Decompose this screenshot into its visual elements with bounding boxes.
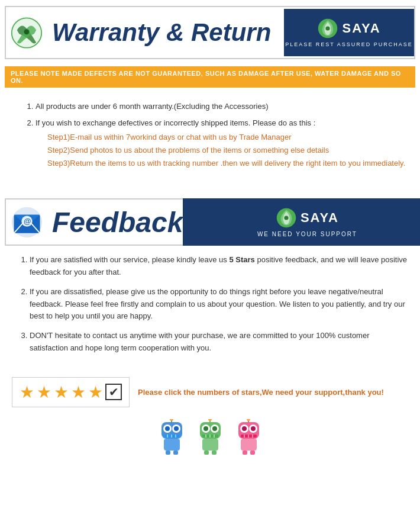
svg-rect-26: [173, 451, 178, 455]
warranty-steps: Step1)E-mail us within 7workind days or …: [47, 131, 408, 170]
saya-badge: SAYA PLEASE REST ASSURED PURCHASE: [284, 9, 414, 56]
svg-point-23: [170, 419, 173, 421]
svg-point-3: [326, 26, 330, 30]
svg-point-45: [251, 426, 256, 431]
svg-text:@: @: [24, 217, 31, 226]
feedback-saya-logo: SAYA: [276, 207, 339, 229]
warranty-title: Warranty & Return: [47, 18, 284, 47]
saya-leaf-icon: [317, 18, 338, 39]
feedback-list: If you are satisfied with our service, p…: [12, 254, 408, 355]
warranty-step-3: Step3)Return the items to us with tracki…: [47, 157, 408, 170]
feedback-saya: SAYA WE NEED YOUR SUPPORT: [183, 198, 420, 246]
feedback-item-1-before: If you are satisfied with our service, p…: [30, 255, 229, 264]
warranty-list: All products are under 6 month warranty.…: [24, 101, 408, 170]
feedback-item-1-bold: 5 Stars: [229, 255, 254, 264]
warranty-step-1: Step1)E-mail us within 7workind days or …: [47, 131, 408, 144]
warranty-header: Warranty & Return SAYA PLEASE REST ASSUR…: [5, 6, 415, 59]
notice-bar: PLEASE NOTE MADE DEFECTS ARE NOT GUARANT…: [5, 66, 415, 88]
svg-rect-24: [164, 439, 180, 451]
star-4[interactable]: ★: [71, 382, 86, 402]
svg-point-12: [284, 215, 288, 220]
warranty-item-2: If you wish to exchange defectives or in…: [35, 117, 408, 171]
svg-rect-52: [241, 439, 257, 451]
svg-point-16: [165, 426, 170, 431]
star-1[interactable]: ★: [20, 382, 34, 402]
mascot-pink: [232, 419, 265, 455]
warranty-icon: [6, 9, 47, 56]
feedback-tagline: WE NEED YOUR SUPPORT: [257, 231, 357, 237]
svg-point-30: [203, 426, 208, 431]
warranty-content: All products are under 6 month warranty.…: [0, 95, 420, 181]
svg-point-1: [24, 29, 30, 34]
mascot-green: [194, 419, 227, 455]
svg-point-17: [174, 426, 179, 431]
feedback-item-2: If you are dissatisfied, please give us …: [30, 286, 408, 323]
feedback-item-1: If you are satisfied with our service, p…: [30, 254, 408, 279]
stars-text: Please click the numbers of stars,We nee…: [138, 388, 384, 397]
feedback-header: @ Feedback SAYA WE NEED YOUR SUPPORT: [5, 198, 415, 246]
svg-point-44: [242, 426, 247, 431]
saya-logo: SAYA: [317, 18, 380, 39]
svg-rect-40: [212, 451, 217, 455]
feedback-content: If you are satisfied with our service, p…: [0, 246, 420, 368]
mascot-blue: [156, 419, 188, 455]
star-5[interactable]: ★: [88, 382, 103, 402]
stars-text-after: We need your support,thank you!: [262, 388, 384, 397]
stars-text-before: Please click the numbers of stars,: [138, 388, 262, 397]
wrench-icon: [11, 17, 43, 49]
feedback-title: Feedback: [47, 206, 183, 239]
feedback-saya-text: SAYA: [301, 210, 339, 226]
svg-point-31: [212, 426, 217, 431]
star-2[interactable]: ★: [37, 382, 51, 402]
warranty-item-2-text: If you wish to exchange defectives or in…: [35, 118, 315, 127]
warranty-item-1: All products are under 6 month warranty.…: [35, 101, 408, 112]
email-icon: @: [11, 206, 43, 239]
feedback-item-3: DON'T hesitate to contact us anytime wit…: [30, 330, 408, 355]
stars-box[interactable]: ★ ★ ★ ★ ★ ✔: [12, 377, 130, 407]
mascots-section: [0, 419, 420, 455]
svg-rect-39: [204, 451, 209, 455]
svg-rect-53: [243, 451, 247, 455]
saya-text: SAYA: [342, 21, 380, 36]
svg-rect-54: [250, 451, 255, 455]
warranty-tagline: PLEASE REST ASSURED PURCHASE: [285, 41, 412, 47]
warranty-step-2: Step2)Send photos to us about the proble…: [47, 144, 408, 157]
svg-rect-25: [166, 451, 170, 455]
svg-point-37: [208, 419, 212, 421]
feedback-saya-leaf-icon: [276, 207, 297, 229]
feedback-icon: @: [6, 201, 47, 243]
star-3[interactable]: ★: [54, 382, 69, 402]
svg-rect-38: [202, 439, 218, 451]
svg-point-51: [247, 419, 250, 421]
stars-section: ★ ★ ★ ★ ★ ✔ Please click the numbers of …: [12, 377, 408, 407]
feedback-checkbox[interactable]: ✔: [105, 384, 122, 400]
